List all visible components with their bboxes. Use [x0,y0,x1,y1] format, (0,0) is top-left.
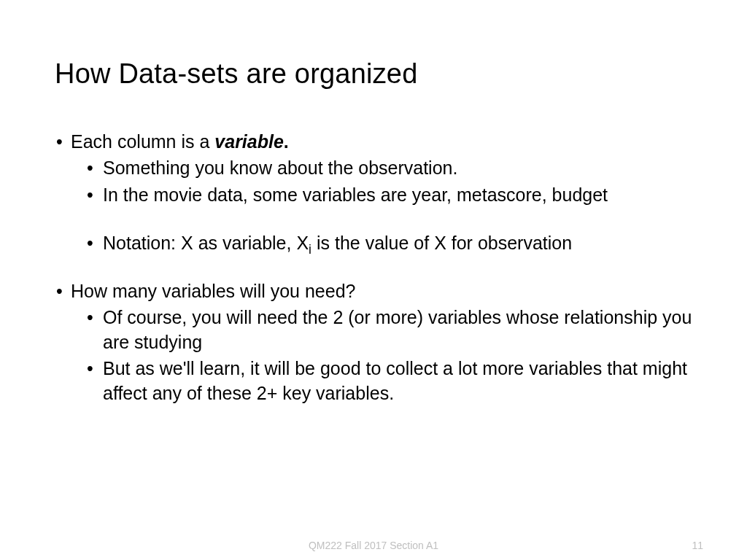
slide-content: Each column is a variable. Something you… [55,130,692,406]
sub-bullet-1-1: Something you know about the observation… [87,156,692,181]
bullet-item-1: Each column is a variable. Something you… [55,130,692,256]
bullet-suffix: . [284,131,289,152]
sub-bullet-1-3: Notation: X as variable, Xi is the value… [87,231,692,256]
sub-bullet-list-2: Of course, you will need the 2 (or more)… [71,306,692,406]
bullet-text: Each column is a [71,131,214,152]
slide-title: How Data-sets are organized [55,58,692,90]
sub-bullet-list-1b: Notation: X as variable, Xi is the value… [71,231,692,256]
notation-part2: is the value of X for observation [311,233,572,253]
sub-bullet-1-2: In the movie data, some variables are ye… [87,183,692,208]
bullet-list: Each column is a variable. Something you… [55,130,692,256]
notation-part1: Notation: X as variable, X [103,233,309,253]
page-number: 11 [692,540,703,551]
sub-bullet-2-2: But as we'll learn, it will be good to c… [87,357,692,406]
bullet-list-2: How many variables will you need? Of cou… [55,279,692,406]
slide-container: How Data-sets are organized Each column … [0,0,747,406]
sub-bullet-2-1: Of course, you will need the 2 (or more)… [87,306,692,355]
bullet-item-2: How many variables will you need? Of cou… [55,279,692,406]
sub-bullet-list-1: Something you know about the observation… [71,156,692,208]
bullet-text-2: How many variables will you need? [71,281,355,301]
footer-center-text: QM222 Fall 2017 Section A1 [309,540,438,551]
bullet-bold: variable [214,131,284,152]
